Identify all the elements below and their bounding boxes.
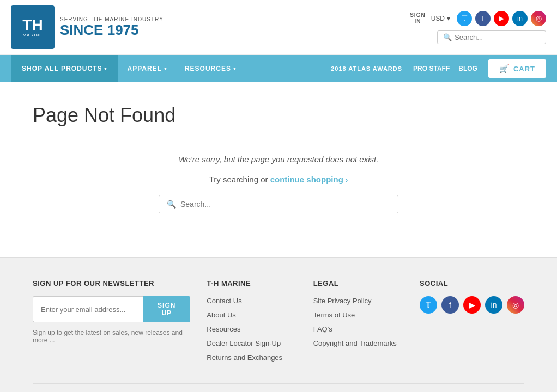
nav-shop-all[interactable]: SHOP ALL PRODUCTS ▾ <box>11 55 118 82</box>
nav-right: 2018 ATLAS AWARDS PRO STAFF BLOG 🛒 CART <box>331 59 546 78</box>
search-icon: 🔍 <box>167 200 176 209</box>
terms-of-use-link[interactable]: Terms of Use <box>313 311 355 319</box>
footer-social-icons: 𝕋 f ▶ in ◎ <box>420 296 524 314</box>
resources-link[interactable]: Resources <box>207 325 240 333</box>
legal-heading: Legal <box>313 279 403 287</box>
nav-apparel[interactable]: APPAREL ▾ <box>118 55 175 82</box>
footer-facebook-icon[interactable]: f <box>441 296 459 314</box>
list-item: Returns and Exchanges <box>207 353 296 362</box>
nav-blog[interactable]: BLOG <box>458 65 477 72</box>
footer-company-section: T-H Marine Contact Us About Us Resources… <box>207 279 296 367</box>
list-item: Site Privacy Policy <box>313 296 403 305</box>
list-item: Resources <box>207 324 296 333</box>
newsletter-note: Sign up to get the latest on sales, new … <box>33 329 190 344</box>
search-icon: 🔍 <box>443 33 452 41</box>
main-search-input[interactable] <box>180 200 390 209</box>
cart-icon: 🛒 <box>499 64 510 74</box>
chevron-down-icon: ▾ <box>447 15 450 22</box>
list-item: Copyright and Trademarks <box>313 339 403 347</box>
divider <box>33 138 524 138</box>
copyright-trademarks-link[interactable]: Copyright and Trademarks <box>313 339 397 347</box>
list-item: Contact Us <box>207 296 296 305</box>
faq-link[interactable]: FAQ's <box>313 325 332 333</box>
logo-th-text: TH <box>22 17 43 33</box>
newsletter-email-input[interactable] <box>33 296 143 322</box>
footer-social-section: Social 𝕋 f ▶ in ◎ <box>420 279 524 367</box>
newsletter-signup-button[interactable]: SIGN UP <box>143 296 190 322</box>
footer-legal-section: Legal Site Privacy Policy Terms of Use F… <box>313 279 403 367</box>
logo-marine-text: MARINE <box>22 33 43 38</box>
social-and-auth: SIGN IN USD ▾ 𝕋 f ▶ in ◎ <box>410 11 546 26</box>
list-item: Terms of Use <box>313 310 403 319</box>
social-heading: Social <box>420 279 524 287</box>
list-item: About Us <box>207 310 296 319</box>
try-search-text: Try searching or continue shopping › <box>33 175 524 184</box>
navbar: SHOP ALL PRODUCTS ▾ APPAREL ▾ RESOURCES … <box>0 55 557 82</box>
twitter-icon[interactable]: 𝕋 <box>457 11 472 26</box>
footer-linkedin-icon[interactable]: in <box>485 296 502 314</box>
company-links-list: Contact Us About Us Resources Dealer Loc… <box>207 296 296 362</box>
returns-exchanges-link[interactable]: Returns and Exchanges <box>207 353 282 362</box>
main-search-container: 🔍 <box>33 195 524 213</box>
page-title: Page Not Found <box>33 104 524 127</box>
facebook-icon[interactable]: f <box>475 11 491 26</box>
main-content: Page Not Found We're sorry, but the page… <box>0 82 557 257</box>
footer-twitter-icon[interactable]: 𝕋 <box>420 296 437 314</box>
sign-in-button[interactable]: SIGN IN <box>410 12 425 25</box>
header: TH MARINE SERVING THE MARINE INDUSTRY SI… <box>0 0 557 55</box>
auth-currency: SIGN IN USD ▾ <box>410 12 450 25</box>
newsletter-heading: Sign up for our Newsletter <box>33 279 190 287</box>
header-search-bar[interactable]: 🔍 <box>437 30 546 44</box>
footer: Sign up for our Newsletter SIGN UP Sign … <box>0 257 557 392</box>
chevron-right-icon: › <box>346 176 348 184</box>
footer-newsletter-section: Sign up for our Newsletter SIGN UP Sign … <box>33 279 190 367</box>
footer-divider <box>33 383 524 384</box>
footer-instagram-icon[interactable]: ◎ <box>507 296 524 314</box>
logo-since: SINCE 1975 <box>60 22 164 38</box>
list-item: FAQ's <box>313 324 403 333</box>
logo-text: SERVING THE MARINE INDUSTRY SINCE 1975 <box>60 16 164 38</box>
chevron-down-icon: ▾ <box>164 66 167 71</box>
footer-youtube-icon[interactable]: ▶ <box>463 296 481 314</box>
nav-left: SHOP ALL PRODUCTS ▾ APPAREL ▾ RESOURCES … <box>11 55 245 82</box>
not-found-message: We're sorry, but the page you requested … <box>33 155 524 164</box>
nav-atlas-awards[interactable]: 2018 ATLAS AWARDS <box>331 65 402 72</box>
logo-area: TH MARINE SERVING THE MARINE INDUSTRY SI… <box>11 5 164 49</box>
privacy-policy-link[interactable]: Site Privacy Policy <box>313 297 372 305</box>
continue-shopping-link[interactable]: continue shopping › <box>270 175 348 184</box>
main-search-bar[interactable]: 🔍 <box>159 195 398 213</box>
search-input[interactable] <box>455 33 540 41</box>
dealer-locator-link[interactable]: Dealer Locator Sign-Up <box>207 339 281 347</box>
chevron-down-icon: ▾ <box>104 66 107 71</box>
currency-selector[interactable]: USD ▾ <box>431 15 450 22</box>
nav-pro-blog: PRO STAFF BLOG <box>413 65 477 72</box>
youtube-icon[interactable]: ▶ <box>494 11 509 26</box>
social-icons: 𝕋 f ▶ in ◎ <box>457 11 546 26</box>
list-item: Dealer Locator Sign-Up <box>207 339 296 347</box>
instagram-icon[interactable]: ◎ <box>531 11 546 26</box>
header-right: SIGN IN USD ▾ 𝕋 f ▶ in ◎ 🔍 <box>410 11 546 44</box>
contact-us-link[interactable]: Contact Us <box>207 297 241 305</box>
nav-pro-staff[interactable]: PRO STAFF <box>413 65 450 72</box>
footer-grid: Sign up for our Newsletter SIGN UP Sign … <box>33 279 524 367</box>
about-us-link[interactable]: About Us <box>207 311 235 319</box>
cart-button[interactable]: 🛒 CART <box>488 59 546 78</box>
newsletter-form: SIGN UP <box>33 296 190 322</box>
chevron-down-icon: ▾ <box>233 66 237 71</box>
company-heading: T-H Marine <box>207 279 296 287</box>
logo-icon: TH MARINE <box>11 5 55 49</box>
linkedin-icon[interactable]: in <box>512 11 528 26</box>
legal-links-list: Site Privacy Policy Terms of Use FAQ's C… <box>313 296 403 347</box>
nav-resources[interactable]: RESOURCES ▾ <box>176 55 245 82</box>
